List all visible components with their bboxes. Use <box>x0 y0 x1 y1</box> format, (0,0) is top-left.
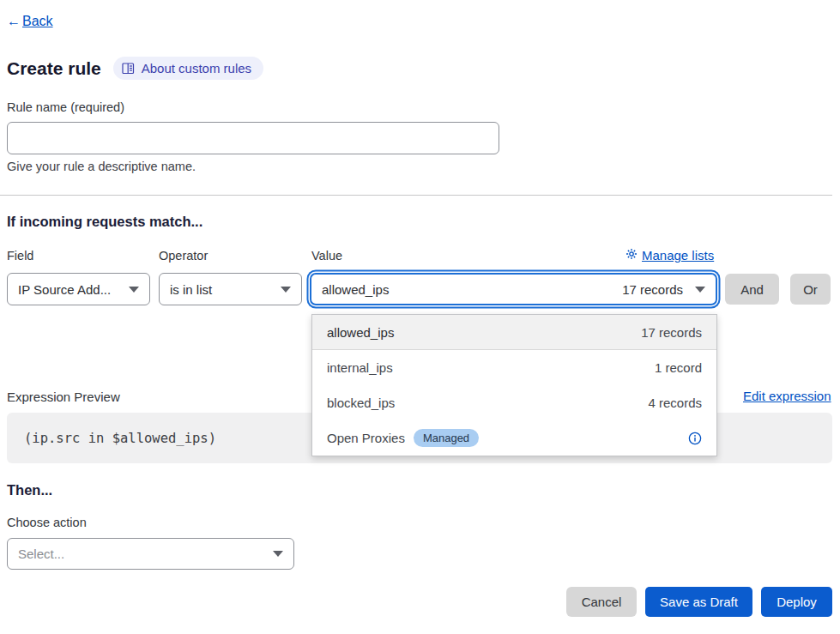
operator-select-value: is in list <box>170 282 212 297</box>
dropdown-item-allowed-ips[interactable]: allowed_ips 17 records <box>312 315 716 350</box>
list-record-count: 4 records <box>648 395 702 410</box>
managed-badge: Managed <box>414 429 479 447</box>
chevron-down-icon <box>695 287 705 293</box>
value-select[interactable]: allowed_ips 17 records <box>310 273 717 305</box>
then-section-heading: Then... <box>7 482 52 498</box>
book-icon <box>122 63 135 75</box>
page-title: Create rule <box>7 58 101 79</box>
title-row: Create rule About custom rules <box>7 57 263 80</box>
list-name: allowed_ips <box>327 325 394 340</box>
back-link[interactable]: ←Back <box>7 14 53 29</box>
action-select-placeholder: Select... <box>18 546 64 561</box>
info-icon[interactable] <box>688 432 702 445</box>
match-section-heading: If incoming requests match... <box>7 214 202 230</box>
list-record-count: 1 record <box>655 360 702 375</box>
and-button[interactable]: And <box>725 274 779 305</box>
value-column-label: Value <box>311 249 342 263</box>
list-name: internal_ips <box>327 360 393 375</box>
about-custom-rules-link[interactable]: About custom rules <box>113 57 263 80</box>
cancel-button[interactable]: Cancel <box>566 587 637 617</box>
list-name: Open Proxies <box>327 431 405 445</box>
back-arrow-icon: ← <box>7 14 21 28</box>
field-column-label: Field <box>7 249 33 263</box>
chevron-down-icon <box>273 551 283 557</box>
section-divider <box>0 195 832 196</box>
rule-name-helper: Give your rule a descriptive name. <box>7 160 196 173</box>
expression-preview-label: Expression Preview <box>7 389 120 404</box>
edit-expression-link[interactable]: Edit expression <box>743 389 831 403</box>
expression-code: (ip.src in $allowed_ips) <box>24 431 216 446</box>
action-select[interactable]: Select... <box>7 538 294 570</box>
rule-name-label: Rule name (required) <box>7 100 124 114</box>
gear-icon <box>625 248 638 263</box>
operator-column-label: Operator <box>159 249 208 263</box>
value-select-name: allowed_ips <box>322 282 389 297</box>
value-dropdown-menu: allowed_ips 17 records internal_ips 1 re… <box>311 314 717 456</box>
about-badge-label: About custom rules <box>142 61 251 75</box>
list-name: blocked_ips <box>327 395 395 410</box>
manage-lists-label: Manage lists <box>642 248 714 263</box>
manage-lists-link[interactable]: Manage lists <box>625 248 714 263</box>
back-link-label: Back <box>22 14 53 28</box>
create-rule-page: ←Back Create rule About custom rules Rul… <box>0 0 840 634</box>
dropdown-item-blocked-ips[interactable]: blocked_ips 4 records <box>312 385 716 420</box>
value-select-count: 17 records <box>622 282 683 297</box>
or-button[interactable]: Or <box>790 274 831 305</box>
dropdown-item-open-proxies[interactable]: Open Proxies Managed <box>312 420 716 456</box>
deploy-button[interactable]: Deploy <box>761 587 832 617</box>
dropdown-item-internal-ips[interactable]: internal_ips 1 record <box>312 350 716 385</box>
chevron-down-icon <box>129 287 139 293</box>
field-select[interactable]: IP Source Add... <box>7 273 150 305</box>
choose-action-label: Choose action <box>7 516 87 529</box>
rule-name-input[interactable] <box>7 122 499 154</box>
field-select-value: IP Source Add... <box>18 282 111 297</box>
chevron-down-icon <box>281 287 291 293</box>
list-record-count: 17 records <box>641 325 702 340</box>
operator-select[interactable]: is in list <box>159 273 302 305</box>
save-as-draft-button[interactable]: Save as Draft <box>645 587 752 617</box>
